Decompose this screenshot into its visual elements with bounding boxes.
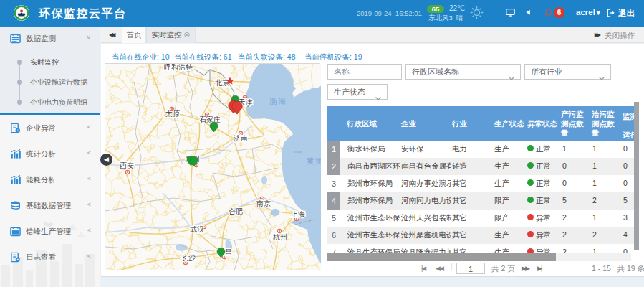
svg-text:上海: 上海 (290, 210, 305, 218)
svg-text:渤海海峡: 渤海海峡 (293, 151, 302, 154)
svg-text:杭州: 杭州 (272, 233, 287, 241)
svg-text:太原: 太原 (165, 110, 180, 118)
svg-text:南京: 南京 (256, 199, 271, 207)
svg-text:合肥: 合肥 (229, 207, 243, 215)
svg-text:武汉: 武汉 (190, 225, 204, 233)
svg-text:呼和浩特: 呼和浩特 (164, 64, 193, 71)
svg-text:济南: 济南 (234, 134, 248, 142)
svg-text:石家庄: 石家庄 (199, 116, 221, 123)
svg-text:渤海: 渤海 (269, 97, 287, 105)
svg-text:西安: 西安 (120, 161, 134, 169)
svg-text:黄海: 黄海 (307, 156, 321, 165)
svg-text:长沙: 长沙 (181, 254, 196, 262)
